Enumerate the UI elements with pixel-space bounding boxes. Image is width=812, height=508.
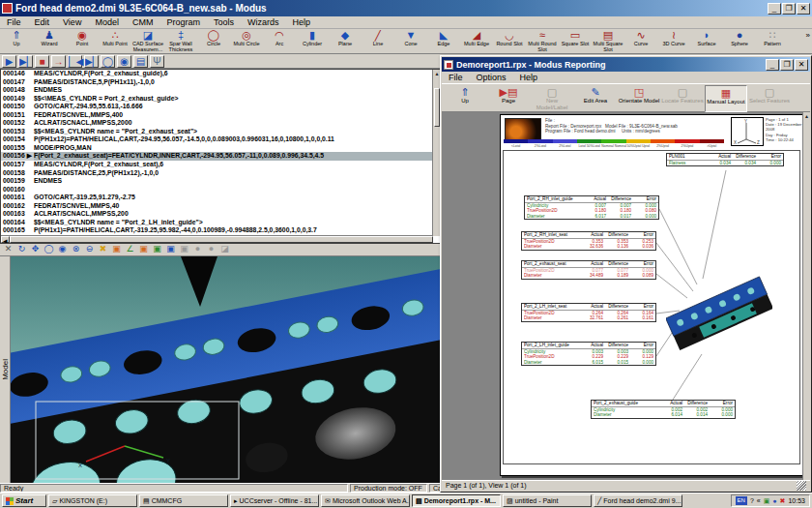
- model-tab[interactable]: Model: [0, 256, 11, 483]
- toolbar-button[interactable]: ◉ Point: [66, 30, 99, 46]
- scrollbar-thumb[interactable]: [10, 236, 433, 243]
- code-line[interactable]: 000156 F(Port_2_exhaust_seat)=FEAT/CYLND…: [1, 152, 441, 161]
- view-tool-button[interactable]: ⊗: [70, 244, 82, 255]
- playback-button[interactable]: ▤: [133, 55, 148, 68]
- view-tool-button[interactable]: ▣: [178, 244, 190, 255]
- cad-viewport[interactable]: X Y: [11, 256, 442, 483]
- view-tool-button[interactable]: ▣: [151, 244, 163, 255]
- toolbar-button[interactable]: ◢ Multi Edge: [460, 30, 493, 46]
- toolbar-button[interactable]: ◗ Surface: [690, 30, 723, 46]
- close-button[interactable]: ✕: [797, 3, 810, 15]
- code-line[interactable]: 000152 ACLRAT/SCNACL,MMPSS,2000: [1, 119, 441, 128]
- code-line[interactable]: 000165 P(PH1x1)=PATH/HELICAL,CART,-319.2…: [1, 226, 441, 235]
- toolbar-button[interactable]: ◣ Edge: [427, 30, 460, 46]
- view-tool-button[interactable]: ↻: [15, 244, 28, 255]
- toolbar-button[interactable]: ╱ Line: [362, 30, 394, 46]
- view-tool-button[interactable]: ▣: [164, 244, 177, 255]
- code-line[interactable]: 000158 PAMEAS/DISTANCE,25,P(PH1x12),-1,0…: [1, 169, 441, 178]
- view-tool-button[interactable]: ✖: [97, 244, 109, 255]
- messenger-tray-icon[interactable]: ●: [772, 497, 776, 504]
- playback-button[interactable]: ◉: [117, 55, 131, 68]
- maximize-button[interactable]: ❐: [782, 3, 796, 15]
- dmis-program-editor[interactable]: 000146 MEAS/CYLNDR,F(Port_2_exhaust_guid…: [0, 69, 442, 244]
- toolbar-button[interactable]: ∿ Curve: [624, 30, 657, 46]
- toolbar-button[interactable]: ◪ CAD Surface Measurem...: [131, 30, 164, 52]
- menu-item[interactable]: CMM: [126, 17, 160, 27]
- toolbar-button[interactable]: ◯ Circle: [197, 30, 230, 46]
- editor-horizontal-scrollbar[interactable]: ◀: [1, 235, 433, 243]
- report-toolbar-button[interactable]: ◳ Orientate Model: [618, 85, 660, 112]
- report-toolbar-button[interactable]: ▢ Locate Features: [661, 85, 704, 112]
- report-minimize-button[interactable]: _: [766, 59, 779, 71]
- view-tool-button[interactable]: ◯: [43, 244, 55, 255]
- code-line[interactable]: 000147 PAMEAS/DISTANCE,5,P(PH1x11),-1,0,…: [1, 78, 441, 87]
- playback-button[interactable]: Ψ: [150, 55, 164, 68]
- code-line[interactable]: 000154 P(PH1x12)=PATH/HELICAL,CART,-294.…: [1, 135, 441, 144]
- code-line[interactable]: 000151 FEDRAT/SCNVEL,MMPS,400: [1, 111, 441, 120]
- menu-item[interactable]: Model: [88, 17, 126, 27]
- report-toolbar-button[interactable]: ▶▤ Page: [487, 85, 530, 112]
- report-titlebar[interactable]: Demoreport1.rpx - Modus Reporting _ ❐ ✕: [442, 57, 810, 72]
- toolbar-button[interactable]: ∷ Pattern: [756, 30, 789, 46]
- view-tool-button[interactable]: ◪: [218, 244, 231, 255]
- view-tool-button[interactable]: ✥: [29, 244, 42, 255]
- start-button[interactable]: Start: [2, 494, 46, 507]
- code-line[interactable]: 000150 GOTO/CART,-294.95,55.613,-16.666: [1, 103, 441, 111]
- toolbar-button[interactable]: ≈ Multi Round Slot: [526, 30, 559, 52]
- taskbar-task-button[interactable]: ▸ UCCserver - Offline - 81...: [230, 494, 319, 507]
- view-tool-button[interactable]: ✕: [2, 244, 14, 255]
- view-tool-button[interactable]: ▣: [137, 244, 150, 255]
- report-toolbar-button[interactable]: ▢ New Model/Label: [531, 85, 573, 112]
- toolbar-overflow-chevron[interactable]: »: [806, 31, 810, 40]
- modus-reporting-window[interactable]: Demoreport1.rpx - Modus Reporting _ ❐ ✕ …: [440, 55, 812, 493]
- view-tool-button[interactable]: ⊖: [83, 244, 96, 255]
- code-line[interactable]: 000163 ACLRAT/SCNACL,MMPSS,200: [1, 210, 441, 219]
- toolbar-button[interactable]: ⇑ Up: [0, 30, 33, 46]
- disconnected-tray-icon[interactable]: ✖: [780, 497, 786, 505]
- code-line[interactable]: 000153 $$<MEAS_CYLNDR name = "Port_2_exh…: [1, 128, 441, 136]
- report-menu-item[interactable]: File: [442, 73, 470, 82]
- taskbar-task-button[interactable]: ▨ untitled - Paint: [503, 494, 592, 507]
- menu-item[interactable]: Tools: [207, 17, 241, 27]
- code-line[interactable]: 000149 $$<\MEAS_CYLNDR = Port_2_exhaust_…: [1, 95, 441, 104]
- minimize-button[interactable]: _: [768, 3, 781, 15]
- playback-button[interactable]: ▶▏: [18, 55, 33, 68]
- code-line[interactable]: 000162 FEDRAT/SCNVEL,MMPS,40: [1, 202, 441, 211]
- help-tray-icon[interactable]: ?: [750, 497, 754, 504]
- playback-button[interactable]: ▶▏: [84, 55, 99, 68]
- report-menu-item[interactable]: Options: [470, 73, 513, 82]
- code-line[interactable]: 000155 MODE/PROG,MAN: [1, 144, 441, 153]
- menu-item[interactable]: Edit: [28, 17, 57, 27]
- report-menu-item[interactable]: Help: [513, 73, 545, 82]
- playback-button[interactable]: ■: [35, 55, 49, 68]
- menu-item[interactable]: View: [56, 17, 88, 27]
- code-line[interactable]: 000159 ENDMES: [1, 177, 441, 186]
- report-toolbar-button[interactable]: ▢ Select Features: [748, 85, 791, 112]
- toolbar-button[interactable]: ▭ Square Slot: [559, 30, 592, 46]
- toolbar-button[interactable]: ▼ Cone: [394, 30, 427, 46]
- menu-item[interactable]: Program: [160, 17, 207, 27]
- network-tray-icon[interactable]: ▣: [764, 497, 770, 505]
- main-titlebar[interactable]: Ford head demo2.dmi 9L3E-6C064-B_new.sab…: [0, 0, 812, 16]
- toolbar-button[interactable]: ‡ Spar Wall Thickness: [164, 30, 197, 52]
- code-line[interactable]: 000148 ENDMES: [1, 86, 441, 95]
- code-line[interactable]: 000160: [1, 186, 441, 194]
- scroll-left-icon[interactable]: ◀: [1, 236, 10, 243]
- toolbar-button[interactable]: ◎ Multi Circle: [230, 30, 263, 46]
- view-tool-button[interactable]: ▣: [110, 244, 123, 255]
- report-toolbar-button[interactable]: ⇑ Up: [444, 85, 486, 112]
- code-line[interactable]: 000164 $$<MEAS_CYLNDR name = "Port_2_LH_…: [1, 219, 441, 227]
- view-tool-button[interactable]: ●: [191, 244, 204, 255]
- taskbar-task-button[interactable]: ▤ Demoreport1.rpx - M...: [412, 494, 501, 507]
- playback-button[interactable]: ▏◀: [68, 55, 82, 68]
- taskbar-task-button[interactable]: ✉ Microsoft Outlook Web A...: [321, 494, 410, 507]
- report-toolbar-button[interactable]: ✎ Edit Area: [574, 85, 617, 112]
- report-document-area[interactable]: File : Report File : Demoreport.rpx Mode…: [442, 112, 810, 480]
- report-maximize-button[interactable]: ❐: [780, 59, 794, 71]
- menu-item[interactable]: Help: [285, 17, 317, 27]
- toolbar-button[interactable]: ◡ Round Slot: [493, 30, 526, 46]
- code-line[interactable]: 000146 MEAS/CYLNDR,F(Port_2_exhaust_guid…: [1, 70, 441, 78]
- taskbar-task-button[interactable]: ╱ Ford head demo2.dmi 9...: [594, 494, 682, 507]
- tray-chevron-icon[interactable]: «: [757, 497, 761, 504]
- toolbar-button[interactable]: ▮ Cylinder: [296, 30, 329, 46]
